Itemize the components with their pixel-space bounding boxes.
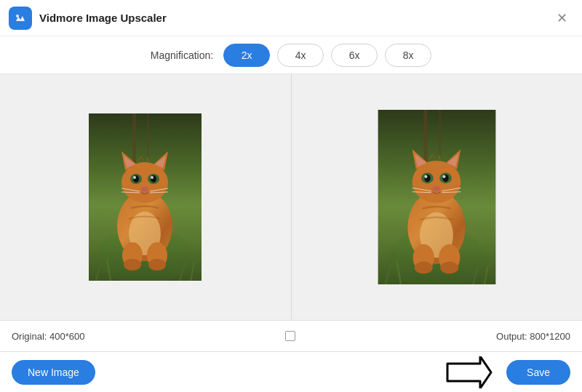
- upscaled-image: [377, 110, 497, 284]
- svg-point-26: [124, 259, 141, 271]
- svg-point-56: [414, 262, 432, 274]
- svg-rect-4: [147, 113, 149, 157]
- new-image-button[interactable]: New Image: [12, 360, 95, 385]
- close-button[interactable]: ✕: [553, 9, 570, 27]
- svg-point-47: [424, 175, 427, 178]
- arrow-right-icon: [444, 356, 495, 388]
- svg-point-48: [442, 175, 445, 178]
- svg-point-49: [433, 186, 440, 191]
- mag-2x-button[interactable]: 2x: [223, 44, 270, 67]
- svg-point-27: [148, 259, 166, 271]
- original-image-panel: [0, 74, 291, 320]
- right-actions: Save: [444, 356, 570, 388]
- mag-6x-button[interactable]: 6x: [331, 44, 378, 67]
- svg-point-18: [151, 176, 154, 179]
- app-branding: Vidmore Image Upscaler: [9, 7, 167, 30]
- save-button[interactable]: Save: [506, 360, 570, 385]
- title-bar: Vidmore Image Upscaler ✕: [0, 0, 582, 36]
- svg-point-1: [16, 15, 19, 17]
- svg-point-19: [141, 187, 148, 192]
- app-icon: [9, 7, 32, 30]
- svg-rect-0: [13, 11, 28, 25]
- bottom-bar: New Image Save: [0, 352, 582, 392]
- app-title: Vidmore Image Upscaler: [39, 12, 167, 24]
- mag-8x-button[interactable]: 8x: [385, 44, 431, 67]
- magnification-label: Magnification:: [151, 49, 213, 61]
- output-size-label: Output: 800*1200: [496, 331, 570, 342]
- main-content: [0, 74, 582, 320]
- svg-rect-34: [439, 110, 441, 156]
- svg-marker-62: [447, 356, 491, 388]
- mag-4x-button[interactable]: 4x: [277, 44, 324, 67]
- status-bar: Original: 400*600 Output: 800*1200: [0, 320, 582, 352]
- upscaled-image-panel: [292, 74, 583, 320]
- compare-checkbox[interactable]: [285, 331, 295, 341]
- magnification-bar: Magnification: 2x 4x 6x 8x: [0, 36, 582, 74]
- original-image: [89, 113, 202, 281]
- original-size-label: Original: 400*600: [12, 331, 84, 342]
- svg-point-57: [440, 262, 458, 274]
- svg-point-17: [133, 176, 136, 179]
